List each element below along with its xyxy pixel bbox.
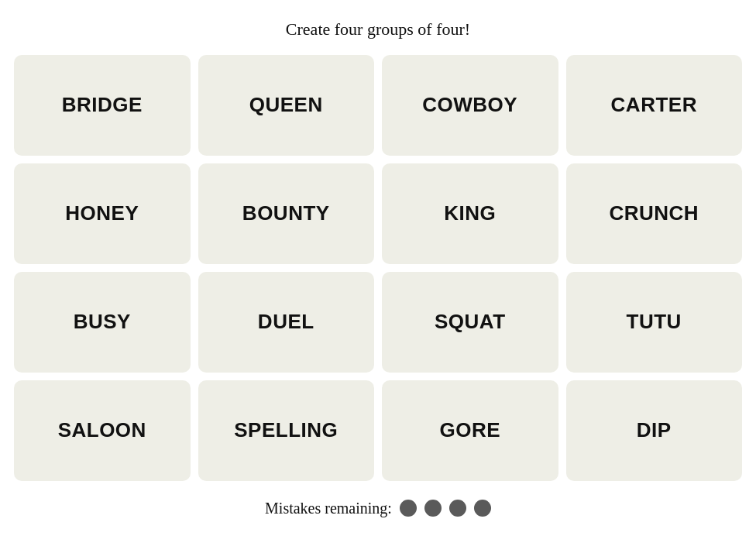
game-container: Create four groups of four! BRIDGEQUEENC… [6,19,750,517]
mistake-dot-2 [424,500,442,517]
mistakes-row: Mistakes remaining: [265,500,491,517]
tile-cowboy[interactable]: COWBOY [382,55,558,156]
tile-duel[interactable]: DUEL [198,272,375,373]
tile-label-queen: QUEEN [249,93,323,117]
tile-label-saloon: SALOON [58,418,146,442]
tile-label-bounty: BOUNTY [242,201,330,225]
tile-label-tutu: TUTU [627,310,682,334]
tile-saloon[interactable]: SALOON [14,380,191,481]
tile-carter[interactable]: CARTER [566,55,743,156]
tile-bridge[interactable]: BRIDGE [14,55,191,156]
tile-queen[interactable]: QUEEN [198,55,375,156]
tile-label-crunch: CRUNCH [609,201,699,225]
dots-container [400,500,491,517]
tile-label-spelling: SPELLING [234,418,338,442]
mistakes-label: Mistakes remaining: [265,500,392,517]
tile-king[interactable]: KING [382,163,558,264]
subtitle: Create four groups of four! [286,19,470,40]
tile-squat[interactable]: SQUAT [382,272,558,373]
tile-gore[interactable]: GORE [382,380,558,481]
tile-label-cowboy: COWBOY [422,93,517,117]
tile-label-carter: CARTER [611,93,697,117]
tile-label-busy: BUSY [74,310,131,334]
tile-honey[interactable]: HONEY [14,163,191,264]
mistake-dot-3 [449,500,466,517]
mistake-dot-4 [474,500,491,517]
tile-label-bridge: BRIDGE [62,93,143,117]
tile-tutu[interactable]: TUTU [566,272,743,373]
tile-label-honey: HONEY [65,201,139,225]
tile-label-gore: GORE [439,418,500,442]
tile-label-king: KING [444,201,496,225]
tile-bounty[interactable]: BOUNTY [198,163,375,264]
tile-dip[interactable]: DIP [566,380,743,481]
mistake-dot-1 [400,500,417,517]
tiles-grid: BRIDGEQUEENCOWBOYCARTERHONEYBOUNTYKINGCR… [14,55,742,481]
tile-spelling[interactable]: SPELLING [198,380,375,481]
tile-label-squat: SQUAT [435,310,506,334]
tile-crunch[interactable]: CRUNCH [566,163,743,264]
tile-busy[interactable]: BUSY [14,272,191,373]
tile-label-duel: DUEL [258,310,314,334]
tile-label-dip: DIP [637,418,672,442]
